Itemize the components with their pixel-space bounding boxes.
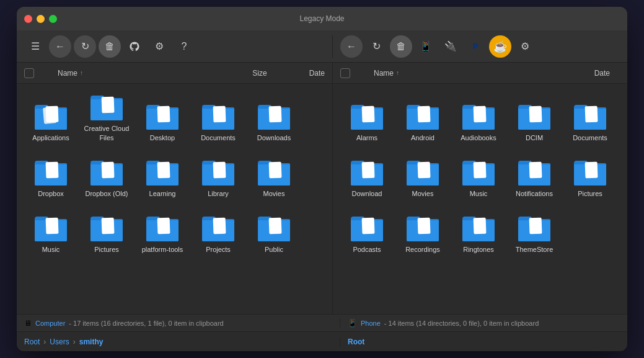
folder-icon	[350, 158, 384, 187]
status-right: 📱 Phone - 14 items (14 directories, 0 fi…	[340, 319, 620, 328]
svg-rect-23	[474, 161, 487, 178]
refresh-button-right[interactable]: ↻	[365, 35, 387, 58]
file-name: Creative Cloud Files	[81, 124, 132, 142]
help-button[interactable]: ?	[173, 35, 195, 58]
list-item[interactable]: Creative Cloud Files	[79, 90, 135, 146]
svg-rect-11	[46, 217, 59, 234]
breadcrumb-root-right[interactable]: Root	[348, 338, 364, 346]
list-item[interactable]: DCIM	[506, 90, 562, 146]
status-left: 🖥 Computer - 17 items (16 directories, 1…	[24, 319, 340, 328]
file-name: Movies	[412, 189, 434, 198]
settings-button-left[interactable]: ⚙	[148, 35, 170, 58]
plug-button[interactable]: 🔌	[439, 35, 462, 58]
left-status-info: - 17 items (16 directories, 1 file), 0 i…	[69, 320, 223, 327]
github-button[interactable]	[123, 35, 146, 58]
list-item[interactable]: Documents	[562, 90, 618, 146]
settings-button-right[interactable]: ⚙	[514, 35, 536, 58]
left-select-all[interactable]	[24, 68, 34, 78]
list-item[interactable]: Dropbox (Old)	[79, 146, 135, 202]
phone-button[interactable]: 📱	[415, 35, 437, 58]
breadcrumb-smithy[interactable]: smithy	[79, 338, 104, 346]
list-item[interactable]: Recordings	[395, 202, 451, 257]
list-item[interactable]: Podcasts	[339, 202, 395, 257]
trash-button-left[interactable]: 🗑	[99, 35, 121, 58]
list-item[interactable]: platform-tools	[135, 202, 190, 257]
file-name: Projects	[206, 245, 231, 254]
phone-link[interactable]: Phone	[361, 320, 381, 327]
maximize-button[interactable]	[49, 15, 57, 23]
breadcrumb-users[interactable]: Users	[50, 338, 69, 346]
list-item[interactable]: Alarms	[339, 90, 395, 146]
file-name: ThemeStore	[516, 245, 554, 254]
file-name: Pictures	[578, 189, 602, 198]
close-button[interactable]	[24, 15, 32, 23]
list-item[interactable]: Documents	[190, 90, 246, 146]
list-item[interactable]: Audiobooks	[451, 90, 506, 146]
file-name: Android	[411, 133, 434, 142]
right-name-col: Name ↑	[374, 69, 589, 78]
list-item[interactable]: Music	[451, 146, 506, 202]
list-item[interactable]: ThemeStore	[506, 202, 562, 257]
avatar-button[interactable]: ☕	[489, 35, 511, 58]
svg-rect-21	[362, 161, 375, 178]
trash-button-right[interactable]: 🗑	[390, 35, 412, 58]
list-item[interactable]: Library	[190, 146, 246, 202]
list-item[interactable]: Notifications	[506, 146, 562, 202]
svg-rect-18	[474, 105, 487, 122]
svg-rect-24	[529, 161, 542, 178]
computer-icon: 🖥	[24, 319, 32, 328]
list-item[interactable]: Projects	[190, 202, 246, 257]
svg-rect-16	[362, 105, 375, 122]
minimize-button[interactable]	[37, 15, 45, 23]
svg-rect-13	[157, 217, 170, 234]
folder-icon	[33, 102, 68, 131]
list-item[interactable]: Desktop	[135, 90, 190, 146]
svg-rect-28	[474, 217, 487, 234]
svg-rect-10	[269, 161, 282, 178]
svg-rect-8	[157, 161, 170, 178]
breadcrumb-bar: Root › Users › smithy Root	[17, 331, 627, 351]
file-name: platform-tools	[142, 245, 183, 254]
refresh-button-left[interactable]: ↻	[74, 35, 96, 58]
list-item[interactable]: Learning	[135, 146, 190, 202]
file-name: Documents	[201, 133, 236, 142]
paypal-button[interactable]: P	[464, 35, 487, 58]
list-item[interactable]: Movies	[395, 146, 451, 202]
list-item[interactable]: Pictures	[562, 146, 618, 202]
svg-rect-25	[585, 161, 598, 178]
file-name: Applications	[32, 133, 69, 142]
right-col-header: Name ↑ Date	[333, 63, 627, 84]
back-button-right[interactable]: ←	[340, 35, 363, 58]
list-item[interactable]: Ringtones	[451, 202, 506, 257]
folder-icon	[405, 214, 440, 243]
list-item[interactable]: Android	[395, 90, 451, 146]
file-name: Recordings	[405, 245, 440, 254]
folder-icon	[517, 158, 552, 187]
svg-rect-9	[213, 161, 226, 178]
panel-right: Name ↑ Date Alarms	[333, 63, 627, 314]
computer-link[interactable]: Computer	[35, 320, 65, 327]
folder-icon	[201, 102, 236, 131]
list-item[interactable]: Movies	[246, 146, 302, 202]
svg-rect-17	[418, 105, 431, 122]
status-bar: 🖥 Computer - 17 items (16 directories, 1…	[17, 314, 627, 331]
breadcrumb-sep-2: ›	[73, 338, 76, 346]
menu-button[interactable]: ☰	[24, 35, 46, 58]
list-item[interactable]: Applications	[23, 90, 79, 146]
list-item[interactable]: Public	[246, 202, 302, 257]
list-item[interactable]: Music	[23, 202, 79, 257]
folder-icon	[257, 214, 291, 243]
folder-icon	[405, 158, 440, 187]
file-name: Downloads	[257, 133, 291, 142]
file-name: Music	[42, 245, 60, 254]
breadcrumb-root[interactable]: Root	[24, 338, 40, 346]
window-controls	[24, 15, 57, 23]
list-item[interactable]: Dropbox	[23, 146, 79, 202]
list-item[interactable]: Downloads	[246, 90, 302, 146]
left-file-grid: Applications Creative Cloud Files	[17, 84, 332, 314]
file-name: Learning	[149, 189, 176, 198]
list-item[interactable]: Pictures	[79, 202, 135, 257]
back-button-left[interactable]: ←	[49, 35, 71, 58]
list-item[interactable]: Download	[339, 146, 395, 202]
right-select-all[interactable]	[340, 68, 350, 78]
